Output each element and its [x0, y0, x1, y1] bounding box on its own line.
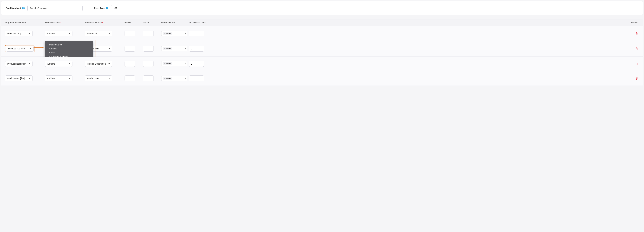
assigned-value: Product Description — [87, 63, 106, 65]
feed-merchant-label-text: Feed Merchant — [6, 7, 21, 9]
chevron-down-icon — [108, 48, 110, 49]
filter-tag: ×Default — [163, 77, 172, 80]
feed-type-label-text: Feed Type — [94, 7, 105, 9]
filter-tag-label: Default — [166, 63, 171, 65]
th-action: ACTION — [216, 22, 639, 24]
table-header: REQUIRED ATTRIBUTES ATTRIBUTE TYPE ASSIG… — [2, 19, 642, 26]
attr-type-value: Attribute — [47, 32, 55, 35]
th-char-limit: CHARACTER LIMIT — [189, 22, 216, 24]
remove-tag-icon[interactable]: × — [164, 48, 165, 50]
chevron-down-icon — [69, 63, 70, 64]
char-limit-input[interactable] — [189, 31, 204, 36]
attr-type-select[interactable]: Attribute — [45, 75, 72, 81]
feed-merchant-value: Google Shopping — [30, 7, 46, 9]
assigned-value: Product URL — [87, 77, 99, 80]
output-filter-select[interactable]: ×Default — [161, 61, 187, 66]
char-limit-input[interactable] — [189, 75, 204, 81]
prefix-input[interactable] — [124, 61, 135, 67]
help-icon[interactable]: ? — [22, 7, 25, 9]
prefix-input[interactable] — [124, 31, 135, 36]
filter-tag: ×Default — [163, 32, 172, 35]
chevron-down-icon — [69, 33, 70, 34]
chevron-down-icon — [29, 78, 30, 79]
assigned-select[interactable]: Product Id — [85, 31, 112, 36]
required-value: Product URL [link] — [7, 77, 24, 80]
char-limit-input[interactable] — [189, 46, 204, 52]
chevron-down-icon — [108, 33, 110, 34]
table-row: Product Title [title] Attribute Product … — [2, 41, 642, 57]
filter-tag-label: Default — [166, 48, 171, 50]
suffix-input[interactable] — [143, 61, 154, 67]
delete-button[interactable] — [635, 62, 638, 65]
chevron-down-icon — [69, 78, 70, 79]
filter-tag-label: Default — [166, 32, 171, 34]
char-limit-input[interactable] — [189, 61, 204, 67]
suffix-input[interactable] — [143, 75, 154, 81]
dropdown-item[interactable]: Please Select — [44, 43, 93, 47]
required-select[interactable]: Product URL [link] — [5, 75, 33, 81]
table-row: Product Description [des Attribute Produ… — [2, 57, 642, 71]
required-select[interactable]: Product Title [title] — [6, 46, 34, 52]
top-panel: Feed Merchant ? Google Shopping Feed Typ… — [1, 1, 643, 15]
dropdown-item[interactable]: Static — [44, 51, 93, 55]
chevron-down-icon — [148, 8, 150, 8]
required-select[interactable]: Product Id [id] — [5, 31, 33, 36]
filter-tag: ×Default — [163, 62, 172, 65]
required-value: Product Id [id] — [7, 32, 20, 35]
feed-merchant-label: Feed Merchant ? — [6, 7, 25, 9]
assigned-select[interactable]: Product URL — [85, 75, 112, 81]
feed-merchant-select[interactable]: Google Shopping — [28, 5, 82, 11]
attr-type-select[interactable]: Attribute — [45, 61, 72, 67]
assigned-select[interactable]: Product Description — [85, 61, 112, 67]
th-suffix: SUFFIX — [143, 22, 161, 24]
chevron-down-icon — [185, 33, 186, 34]
attr-type-value: Attribute — [47, 77, 55, 80]
delete-button[interactable] — [635, 47, 638, 50]
assigned-value: Product Id — [87, 32, 97, 35]
filter-tag-label: Default — [166, 77, 171, 79]
chevron-down-icon — [78, 8, 80, 8]
dropdown-item[interactable]: Attribute — [44, 47, 93, 51]
chevron-down-icon — [29, 63, 30, 64]
delete-button[interactable] — [635, 77, 638, 80]
prefix-input[interactable] — [124, 46, 135, 52]
required-value: Product Title [title] — [8, 47, 25, 50]
remove-tag-icon[interactable]: × — [164, 77, 165, 79]
th-prefix: PREFIX — [124, 22, 143, 24]
chevron-down-icon — [108, 63, 110, 64]
th-attr-type: ATTRIBUTE TYPE — [45, 22, 85, 24]
attr-type-select[interactable]: Attribute — [45, 31, 72, 36]
output-filter-select[interactable]: ×Default — [161, 31, 187, 36]
chevron-down-icon — [185, 78, 186, 79]
output-filter-select[interactable]: ×Default — [161, 46, 187, 51]
th-assigned: ASSIGNED VALUES — [85, 22, 124, 24]
chevron-down-icon — [30, 48, 31, 49]
th-output-filter: OUTPUT FILTER — [161, 22, 189, 24]
output-filter-select[interactable]: ×Default — [161, 76, 187, 81]
prefix-input[interactable] — [124, 75, 135, 81]
feed-type-select[interactable]: XML — [111, 5, 152, 11]
remove-tag-icon[interactable]: × — [164, 63, 165, 65]
required-value: Product Description [des — [7, 63, 27, 65]
help-icon[interactable]: ? — [106, 7, 108, 9]
chevron-down-icon — [108, 78, 110, 79]
attr-type-value: Attribute — [47, 63, 55, 65]
chevron-down-icon — [29, 33, 30, 34]
table-row: Product URL [link] Attribute Product URL… — [2, 71, 642, 86]
chevron-down-icon — [185, 48, 186, 49]
th-required: REQUIRED ATTRIBUTES — [5, 22, 45, 24]
chevron-down-icon — [185, 63, 186, 64]
remove-tag-icon[interactable]: × — [164, 32, 165, 34]
table-row: Product Id [id] Attribute Product Id ×De… — [2, 26, 642, 41]
attributes-table: REQUIRED ATTRIBUTES ATTRIBUTE TYPE ASSIG… — [1, 19, 643, 86]
feed-type-label: Feed Type ? — [94, 7, 108, 9]
feed-type-value: XML — [114, 7, 118, 9]
delete-button[interactable] — [635, 32, 638, 35]
filter-tag: ×Default — [163, 47, 172, 50]
suffix-input[interactable] — [143, 31, 154, 36]
highlight-box: Product Title [title] — [5, 45, 34, 52]
suffix-input[interactable] — [143, 46, 154, 52]
required-select[interactable]: Product Description [des — [5, 61, 33, 67]
